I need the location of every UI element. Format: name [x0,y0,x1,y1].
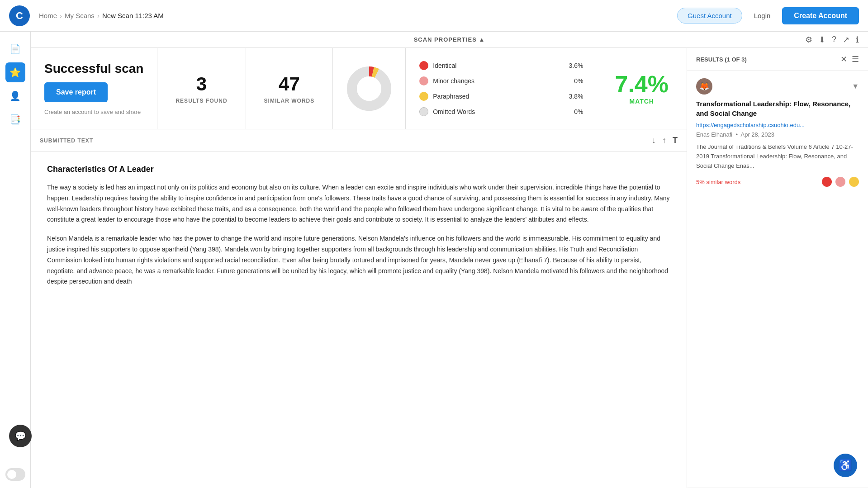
scan-heading: Successful scan [44,62,143,76]
up-arrow-icon[interactable]: ↑ [662,136,666,145]
legend-pct-minor: 0% [565,77,583,85]
sidebar-item-new-doc[interactable]: 📄 [5,39,25,59]
legend-label-omitted: Omitted Words [433,108,560,115]
results-found-stat: 3 RESULTS FOUND [157,48,246,129]
sidebar-toggle[interactable] [5,468,25,481]
match-label: MATCH [629,98,654,105]
legend-dot-omitted [419,107,428,116]
legend-dot-paraphrased [419,92,428,101]
submitted-title: SUBMITTED TEXT [40,137,645,144]
question-icon[interactable]: ? [832,35,836,44]
results-header: RESULTS (1 OF 3) ✕ ☰ [687,48,868,71]
similar-words-label: SIMILAR WORDS [264,98,315,104]
donut-chart [346,66,392,111]
sidebar-bottom [5,468,25,481]
results-found-number: 3 [196,73,207,95]
similar-words-number: 47 [279,73,300,95]
sidebar-item-starred[interactable]: ⭐ [5,62,25,82]
sidebar-toggle-dot [7,470,16,479]
scan-properties-bar: SCAN PROPERTIES ▲ ⚙ ⬇ ? ↗ ℹ [31,32,868,48]
breadcrumb-current: New Scan 11:23 AM [102,12,164,19]
similar-words-label: 5% similar words [696,179,818,185]
svg-point-3 [357,76,381,101]
similar-words-stat: 47 SIMILAR WORDS [246,48,333,129]
left-panel: Successful scan Save report Create an ac… [31,48,687,488]
sidebar: 📄 ⭐ 👤 📑 [0,32,31,488]
legend-pct-identical: 3.6% [565,62,583,69]
legend-identical: Identical 3.6% [419,61,583,70]
results-close-button[interactable]: ✕ [840,54,847,64]
submitted-text-body: Characteristics Of A Leader The way a so… [31,152,687,488]
result-card: 🦊 ▼ Transformational Leadership: Flow, R… [687,71,868,488]
chat-button[interactable]: 💬 [9,425,32,447]
download-icon[interactable]: ⬇ [819,35,825,45]
result-dot-minor [835,177,845,187]
result-url[interactable]: https://engagedscholarship.csuohio.edu..… [696,122,859,128]
main-content: SCAN PROPERTIES ▲ ⚙ ⬇ ? ↗ ℹ Successful s… [31,32,868,488]
scan-properties-title: SCAN PROPERTIES ▲ [414,36,485,43]
logo: C [9,5,30,26]
accessibility-button[interactable]: ♿ [834,454,857,477]
breadcrumb-scans[interactable]: My Scans [65,12,95,19]
results-found-label: RESULTS FOUND [175,98,227,104]
create-account-button[interactable]: Create Account [782,7,859,24]
submitted-text-header: SUBMITTED TEXT ↓ ↑ T [31,129,687,152]
legend-paraphrased: Paraphrased 3.8% [419,92,583,101]
expand-icon[interactable]: ▼ [852,82,859,90]
login-button[interactable]: Login [748,8,777,23]
match-area: 7.4% MATCH [597,48,687,129]
result-card-header: 🦊 ▼ [696,78,859,95]
save-report-button[interactable]: Save report [44,82,108,102]
summary-row: Successful scan Save report Create an ac… [31,48,687,129]
breadcrumb-sep-2: › [97,12,100,19]
legend-label-paraphrased: Paraphrased [433,93,560,100]
legend-pct-omitted: 0% [565,108,583,115]
result-avatar: 🦊 [696,78,712,95]
result-card-title: Transformational Leadership: Flow, Reson… [696,99,859,118]
match-percentage: 7.4% [615,72,669,96]
breadcrumb-home[interactable]: Home [39,12,57,19]
doc-paragraph-1: The way a society is led has an impact n… [47,182,670,225]
legend-pct-paraphrased: 3.8% [565,93,583,100]
result-dot-identical [822,177,832,187]
legend-dot-identical [419,61,428,70]
results-filter-icon[interactable]: ☰ [852,54,859,64]
legend-label-minor: Minor changes [433,77,560,85]
right-panel: RESULTS (1 OF 3) ✕ ☰ 🦊 ▼ Transformationa… [687,48,868,488]
legend-minor: Minor changes 0% [419,76,583,85]
result-footer: 5% similar words [696,177,859,187]
legend-omitted: Omitted Words 0% [419,107,583,116]
legend-area: Identical 3.6% Minor changes 0% Paraphra… [406,48,597,129]
sidebar-item-reports[interactable]: 📑 [5,109,25,129]
gear-icon[interactable]: ⚙ [805,35,812,45]
donut-chart-area [333,48,406,129]
save-note: Create an account to save and share [44,109,143,115]
guest-account-button[interactable]: Guest Account [677,8,742,24]
summary-left: Successful scan Save report Create an ac… [31,48,157,129]
share-icon[interactable]: ↗ [843,35,849,45]
breadcrumb: Home › My Scans › New Scan 11:23 AM [39,12,164,19]
result-meta: Enas Elhanafi • Apr 28, 2023 [696,131,859,138]
down-arrow-icon[interactable]: ↓ [652,136,656,145]
doc-paragraph-2: Nelson Mandela is a remarkable leader wh… [47,233,670,287]
legend-label-identical: Identical [433,62,560,69]
breadcrumb-sep-1: › [60,12,62,19]
results-area: Successful scan Save report Create an ac… [31,48,868,488]
nav-right: Guest Account Login Create Account [677,7,859,24]
doc-body: The way a society is led has an impact n… [47,182,670,287]
legend-dot-minor [419,76,428,85]
result-dot-paraphrased [849,177,859,187]
scan-properties-icons: ⚙ ⬇ ? ↗ ℹ [805,35,859,45]
font-icon[interactable]: T [673,136,678,145]
top-nav: C Home › My Scans › New Scan 11:23 AM Gu… [0,0,868,32]
info-icon[interactable]: ℹ [856,35,859,45]
results-header-title: RESULTS (1 OF 3) [696,56,836,63]
result-excerpt: The Journal of Traditions & Beliefs Volu… [696,142,859,171]
doc-title: Characteristics Of A Leader [47,165,670,174]
sidebar-item-user[interactable]: 👤 [5,86,25,106]
